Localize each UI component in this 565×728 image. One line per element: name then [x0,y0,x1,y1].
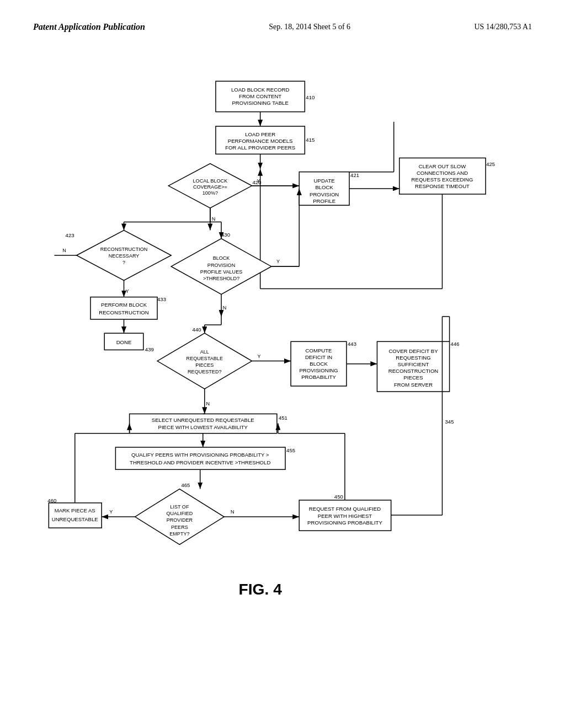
svg-text:PROVISIONING PROBABILITY: PROVISIONING PROBABILITY [307,520,382,526]
svg-text:ALL: ALL [200,349,209,355]
svg-text:UPDATE: UPDATE [314,178,335,184]
svg-text:LOAD PEER: LOAD PEER [245,131,275,137]
svg-text:440: 440 [193,326,201,333]
svg-text:THRESHOLD AND PROVIDER INCENTI: THRESHOLD AND PROVIDER INCENTIVE >THRESH… [130,459,270,465]
svg-text:>THRESHOLD?: >THRESHOLD? [203,276,239,281]
svg-text:421: 421 [350,172,359,178]
svg-text:DEFICIT IN: DEFICIT IN [305,354,332,360]
svg-text:Y: Y [109,509,113,515]
svg-text:PROBABILITY: PROBABILITY [301,374,336,380]
svg-text:PERFORMANCE MODELS: PERFORMANCE MODELS [228,138,293,144]
svg-text:LOCAL BLOCK: LOCAL BLOCK [193,178,228,184]
svg-text:QUALIFY PEERS WITH PROVISIONIN: QUALIFY PEERS WITH PROVISIONING PROBABIL… [131,452,269,458]
svg-text:446: 446 [451,341,460,347]
header-left: Patent Application Publication [33,22,145,32]
svg-text:PROVISIONING: PROVISIONING [299,367,338,373]
svg-text:LIST OF: LIST OF [170,504,189,510]
svg-text:FROM SERVER: FROM SERVER [394,382,433,388]
svg-text:MARK PIECE AS: MARK PIECE AS [55,507,95,513]
svg-text:430: 430 [221,232,230,238]
svg-text:REQUESTS EXCEEDING: REQUESTS EXCEEDING [412,176,473,183]
svg-text:PERFORM BLOCK: PERFORM BLOCK [101,302,147,308]
flowchart: LOAD BLOCK RECORD FROM CONTENT PROVISION… [28,66,537,706]
svg-text:DONE: DONE [116,339,132,345]
svg-rect-65 [90,297,157,319]
svg-text:415: 415 [306,137,315,143]
svg-text:RECONSTRUCTION: RECONSTRUCTION [388,368,439,374]
svg-text:450: 450 [334,494,343,500]
svg-text:RESPONSE TIMEOUT: RESPONSE TIMEOUT [415,183,470,189]
svg-text:BLOCK: BLOCK [315,184,333,190]
svg-text:Y: Y [257,178,260,184]
svg-text:465: 465 [181,482,190,488]
svg-text:345: 345 [445,419,454,425]
svg-text:RECONSTRUCTION: RECONSTRUCTION [99,309,149,315]
svg-text:FROM CONTENT: FROM CONTENT [239,93,281,99]
svg-text:NECESSARY: NECESSARY [109,253,140,259]
svg-text:COVERAGE>=: COVERAGE>= [193,184,227,190]
svg-text:FIG. 4: FIG. 4 [238,580,282,598]
svg-text:REQUESTING: REQUESTING [396,355,430,361]
svg-text:Y: Y [276,259,280,264]
svg-text:?: ? [122,260,125,265]
svg-text:PROVISION: PROVISION [207,263,235,268]
svg-text:BLOCK: BLOCK [213,255,230,261]
svg-text:PIECES: PIECES [195,362,214,368]
svg-text:100%?: 100%? [202,190,218,196]
svg-text:QUALIFIED: QUALIFIED [166,511,193,516]
svg-text:425: 425 [486,161,495,167]
svg-text:460: 460 [47,497,56,504]
svg-text:PEER WITH HIGHEST: PEER WITH HIGHEST [318,513,372,519]
header: Patent Application Publication Sep. 18, … [0,22,565,32]
svg-text:SUFFICIENT: SUFFICIENT [398,361,429,367]
svg-text:FOR ALL PROVIDER PEERS: FOR ALL PROVIDER PEERS [225,144,295,151]
svg-text:PROVISIONING TABLE: PROVISIONING TABLE [232,100,288,106]
svg-text:PROFILE VALUES: PROFILE VALUES [200,269,242,275]
header-right: US 14/280,753 A1 [474,23,532,31]
svg-text:N: N [223,305,227,311]
svg-rect-126 [49,503,102,528]
svg-text:COVER DEFICIT BY: COVER DEFICIT BY [388,348,438,354]
svg-text:REQUEST FROM QUALIFIED: REQUEST FROM QUALIFIED [309,506,381,512]
svg-text:423: 423 [66,232,74,238]
svg-text:RECONSTRUCTION: RECONSTRUCTION [100,247,148,252]
svg-text:BLOCK: BLOCK [310,361,328,367]
svg-text:433: 433 [157,296,166,302]
svg-text:443: 443 [348,341,356,347]
svg-text:CONNECTIONS AND: CONNECTIONS AND [417,170,468,176]
svg-text:N: N [231,509,234,515]
svg-text:PROVIDER: PROVIDER [167,517,193,523]
svg-text:PIECE WITH LOWEST AVAILABILITY: PIECE WITH LOWEST AVAILABILITY [158,424,248,430]
svg-text:EMPTY?: EMPTY? [169,531,189,537]
svg-rect-109 [115,447,285,469]
svg-text:410: 410 [306,94,315,100]
svg-text:N: N [62,248,66,253]
svg-text:REQUESTABLE: REQUESTABLE [186,356,223,361]
svg-text:LOAD BLOCK RECORD: LOAD BLOCK RECORD [231,87,289,93]
svg-text:UNREQUESTABLE: UNREQUESTABLE [52,516,98,522]
svg-text:COMPUTE: COMPUTE [306,347,332,354]
svg-text:PEERS: PEERS [171,524,188,530]
svg-text:SELECT UNREQUESTED REQUESTABLE: SELECT UNREQUESTED REQUESTABLE [152,417,254,423]
svg-text:PIECES: PIECES [403,374,423,381]
svg-text:439: 439 [145,346,154,352]
svg-text:N: N [212,216,216,222]
svg-text:Y: Y [258,354,261,359]
header-center: Sep. 18, 2014 Sheet 5 of 6 [269,23,350,31]
svg-text:CLEAR OUT SLOW: CLEAR OUT SLOW [419,163,466,169]
page: Patent Application Publication Sep. 18, … [0,0,565,728]
svg-text:REQUESTED?: REQUESTED? [188,369,221,374]
svg-text:N: N [206,401,210,406]
svg-text:451: 451 [279,415,287,421]
svg-text:Y: Y [126,288,129,294]
svg-text:455: 455 [286,447,295,453]
svg-text:PROVISION: PROVISION [310,191,339,197]
svg-text:PROFILE: PROFILE [313,198,335,204]
